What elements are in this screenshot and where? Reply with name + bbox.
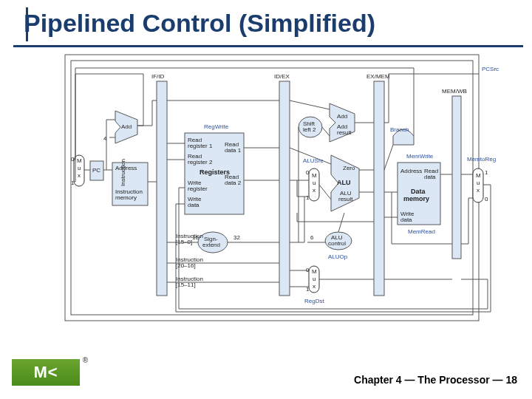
svg-text:1: 1 — [71, 180, 75, 186]
svg-text:result: result — [338, 196, 353, 202]
svg-text:data: data — [188, 202, 200, 208]
imem-instr: Instruction — [120, 159, 126, 186]
svg-text:1: 1 — [485, 169, 488, 176]
daddr: Address — [400, 168, 422, 174]
title-bar: Pipelined Control (Simplified) — [13, 6, 523, 47]
page-number: 18 — [505, 374, 517, 386]
svg-rect-4 — [374, 81, 384, 296]
svg-text:u: u — [477, 180, 480, 186]
svg-text:data 2: data 2 — [225, 180, 242, 186]
pipeline-diagram: IF/ID ID/EX EX/MEM MEM/WB Mux 01 PC Addr… — [44, 52, 501, 332]
pc-label: PC — [92, 167, 100, 174]
svg-text:M: M — [476, 172, 481, 179]
w16: 16 — [192, 234, 199, 241]
dmem: Data — [411, 188, 426, 195]
svg-text:data 1: data 1 — [225, 147, 242, 154]
reg-memwb: MEM/WB — [442, 88, 467, 95]
alusrc: ALUSrc — [303, 157, 324, 164]
w32: 32 — [233, 234, 240, 241]
memread: MemRead — [408, 228, 435, 235]
add2: Add — [337, 113, 347, 120]
svg-text:x: x — [78, 172, 81, 179]
svg-text:0: 0 — [485, 196, 488, 202]
svg-text:x: x — [313, 283, 316, 290]
svg-text:u: u — [313, 180, 316, 186]
svg-text:result: result — [337, 129, 352, 136]
regwrite: RegWrite — [204, 123, 229, 130]
svg-text:left 2: left 2 — [303, 126, 316, 133]
page-title: Pipelined Control (Simplified) — [13, 6, 523, 45]
svg-text:x: x — [313, 187, 316, 194]
reg-exmem: EX/MEM — [366, 73, 390, 80]
svg-text:memory: memory — [403, 195, 429, 202]
svg-text:0: 0 — [306, 169, 310, 176]
svg-text:M: M — [77, 157, 82, 164]
svg-text:control: control — [328, 240, 346, 247]
svg-rect-2 — [157, 81, 167, 296]
regdst: RegDst — [304, 298, 324, 304]
svg-text:register 2: register 2 — [188, 159, 213, 166]
svg-text:data: data — [400, 216, 412, 223]
branch: Branch — [390, 126, 409, 133]
alu: ALU — [337, 179, 351, 186]
memtoreg: MemtoReg — [467, 156, 496, 163]
memwrite: MemWrite — [406, 153, 434, 160]
zero: Zero — [343, 165, 355, 171]
footer-text: Chapter 4 — The Processor — — [354, 374, 503, 386]
svg-text:u: u — [313, 276, 316, 282]
svg-text:u: u — [78, 165, 81, 171]
svg-text:extend: extend — [202, 242, 220, 248]
pcsrc: PCSrc — [482, 66, 499, 72]
svg-text:data: data — [424, 174, 436, 180]
svg-rect-3 — [279, 81, 290, 296]
svg-text:x: x — [477, 187, 480, 194]
aluop: ALUOp — [328, 253, 348, 260]
publisher-logo: M< — [12, 359, 80, 386]
svg-text:register: register — [188, 185, 208, 192]
slide-footer: Chapter 4 — The Processor — 18 — [354, 374, 517, 386]
svg-text:1: 1 — [306, 194, 310, 201]
six: 6 — [310, 234, 314, 241]
svg-text:register 1: register 1 — [188, 143, 213, 149]
svg-rect-5 — [452, 96, 461, 259]
svg-text:M: M — [312, 268, 317, 275]
svg-text:memory: memory — [115, 194, 137, 201]
reg-idex: ID/EX — [274, 73, 290, 80]
add1: Add — [121, 123, 132, 130]
svg-text:M: M — [312, 172, 317, 179]
reg-ifid: IF/ID — [151, 73, 165, 80]
